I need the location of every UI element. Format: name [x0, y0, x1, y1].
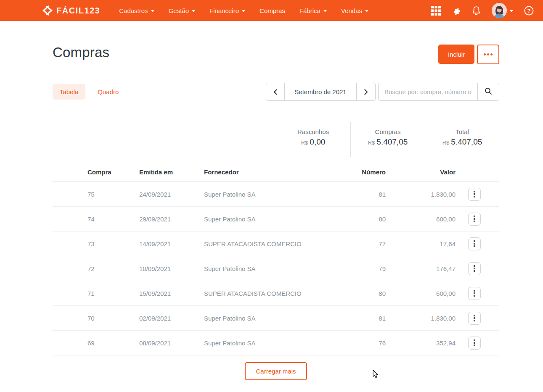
kebab-icon	[474, 216, 475, 217]
table-row[interactable]: 7314/09/2021SUPER ATACADISTA COMERCIO771…	[53, 232, 499, 256]
kebab-icon	[474, 315, 475, 316]
brand[interactable]: FÁCIL123	[42, 5, 100, 16]
main-nav: CadastrosGestãoFinanceiroComprasFábricaV…	[112, 0, 376, 21]
chevron-down-icon	[242, 10, 245, 12]
table-row[interactable]: 7002/09/2021Super Patolino SA811.830,00	[53, 306, 499, 331]
nav-item-label: Financeiro	[209, 7, 239, 14]
nav-item-financeiro[interactable]: Financeiro	[202, 0, 252, 21]
summary-label: Total	[425, 128, 499, 135]
column-header-fornecedor: Fornecedor	[204, 168, 349, 176]
nav-item-label: Fábrica	[299, 7, 321, 14]
cell-fornecedor: Super Patolino SA	[204, 216, 349, 223]
nav-item-compras[interactable]: Compras	[252, 0, 292, 21]
load-more-button[interactable]: Carregar mais	[245, 362, 307, 380]
tab-tabela[interactable]: Tabela	[53, 84, 85, 100]
kebab-icon	[474, 317, 475, 319]
currency-symbol: R$	[368, 139, 375, 146]
cell-numero: 81	[349, 191, 386, 198]
kebab-icon	[474, 265, 475, 267]
chevron-down-icon	[151, 10, 154, 12]
kebab-icon	[474, 218, 475, 220]
more-options-button[interactable]	[477, 45, 499, 64]
view-tabs: Tabela Quadro	[53, 84, 126, 100]
main-content: Compras Incluir Tabela Quadro Setembro d…	[53, 45, 499, 380]
cell-compra: 75	[87, 191, 139, 198]
ellipsis-icon	[484, 53, 486, 55]
tab-quadro[interactable]: Quadro	[90, 84, 126, 100]
help-icon[interactable]: ?	[524, 6, 534, 16]
cell-fornecedor: Super Patolino SA	[204, 265, 349, 272]
summary-value: 5.407,05	[451, 137, 482, 146]
row-actions-button[interactable]	[468, 188, 481, 201]
cell-numero: 81	[349, 315, 386, 322]
brand-logo-icon	[42, 5, 53, 16]
search-button[interactable]	[477, 83, 499, 101]
kebab-icon	[474, 339, 475, 341]
kebab-icon	[474, 268, 475, 269]
nav-item-fabrica[interactable]: Fábrica	[292, 0, 334, 21]
period-navigator: Setembro de 2021	[266, 83, 376, 101]
kebab-icon	[474, 270, 475, 272]
nav-item-gestao[interactable]: Gestão	[162, 0, 202, 21]
cell-fornecedor: Super Patolino SA	[204, 339, 349, 347]
row-actions-button[interactable]	[468, 213, 481, 226]
cell-compra: 70	[87, 315, 139, 322]
row-actions-button[interactable]	[468, 287, 481, 300]
cell-emitida: 24/09/2021	[139, 191, 204, 198]
cell-valor: 352,94	[386, 339, 456, 347]
cell-emitida: 15/09/2021	[139, 290, 204, 297]
table-body: 7524/09/2021Super Patolino SA811.830,007…	[53, 182, 499, 355]
table-row[interactable]: 7115/09/2021SUPER ATACADISTA COMERCIO806…	[53, 281, 499, 306]
nav-item-label: Compras	[260, 7, 285, 14]
summary-compras: Compras R$5.407,05	[350, 122, 425, 157]
chevron-down-icon	[365, 10, 368, 12]
cell-compra: 74	[87, 216, 139, 223]
search-bar	[378, 83, 499, 101]
table-row[interactable]: 6908/09/2021Super Patolino SA76352,94	[53, 331, 499, 355]
cell-numero: 80	[349, 216, 386, 223]
cell-valor: 1.830,00	[386, 315, 456, 322]
kebab-icon	[474, 345, 475, 346]
kebab-icon	[474, 196, 475, 197]
cell-compra: 72	[87, 265, 139, 272]
table-row[interactable]: 7429/09/2021Super Patolino SA80600,00	[53, 207, 499, 232]
kebab-icon	[474, 290, 475, 292]
period-label: Setembro de 2021	[285, 83, 356, 101]
row-actions-button[interactable]	[468, 237, 481, 250]
cell-valor: 176,47	[386, 265, 456, 272]
title-actions: Incluir	[438, 45, 499, 64]
bell-icon[interactable]	[472, 6, 481, 16]
cell-fornecedor: SUPER ATACADISTA COMERCIO	[204, 290, 349, 297]
nav-item-cadastros[interactable]: Cadastros	[112, 0, 161, 21]
row-actions-button[interactable]	[468, 337, 481, 350]
search-input[interactable]	[378, 83, 477, 101]
row-actions-button[interactable]	[468, 312, 481, 325]
table-row[interactable]: 7524/09/2021Super Patolino SA811.830,00	[53, 182, 499, 207]
row-actions-button[interactable]	[468, 262, 481, 275]
next-month-button[interactable]	[356, 83, 376, 101]
incluir-button[interactable]: Incluir	[438, 45, 474, 64]
apps-grid-icon[interactable]	[431, 6, 441, 16]
summary-value: 0,00	[310, 137, 325, 146]
kebab-icon	[474, 320, 475, 321]
topbar-actions: ?	[431, 3, 534, 18]
currency-symbol: R$	[301, 139, 308, 146]
user-menu[interactable]	[492, 3, 513, 18]
nav-item-vendas[interactable]: Vendas	[334, 0, 376, 21]
nav-item-label: Gestão	[169, 7, 189, 14]
kebab-icon	[474, 193, 475, 195]
cell-fornecedor: Super Patolino SA	[204, 315, 349, 322]
table-row[interactable]: 7210/09/2021Super Patolino SA79176,47	[53, 256, 499, 281]
cell-emitida: 08/09/2021	[139, 339, 204, 347]
cell-valor: 17,64	[386, 240, 456, 247]
cell-numero: 76	[349, 339, 386, 347]
cell-valor: 600,00	[386, 290, 456, 297]
controls-row: Tabela Quadro Setembro de 2021	[53, 83, 499, 101]
cell-compra: 69	[87, 339, 139, 347]
summary-total: Total R$5.407,05	[425, 122, 499, 157]
top-navbar: FÁCIL123 CadastrosGestãoFinanceiroCompra…	[0, 0, 543, 21]
previous-month-button[interactable]	[266, 83, 285, 101]
cell-numero: 77	[349, 240, 386, 247]
cell-numero: 79	[349, 265, 386, 272]
gear-icon[interactable]	[452, 6, 461, 15]
